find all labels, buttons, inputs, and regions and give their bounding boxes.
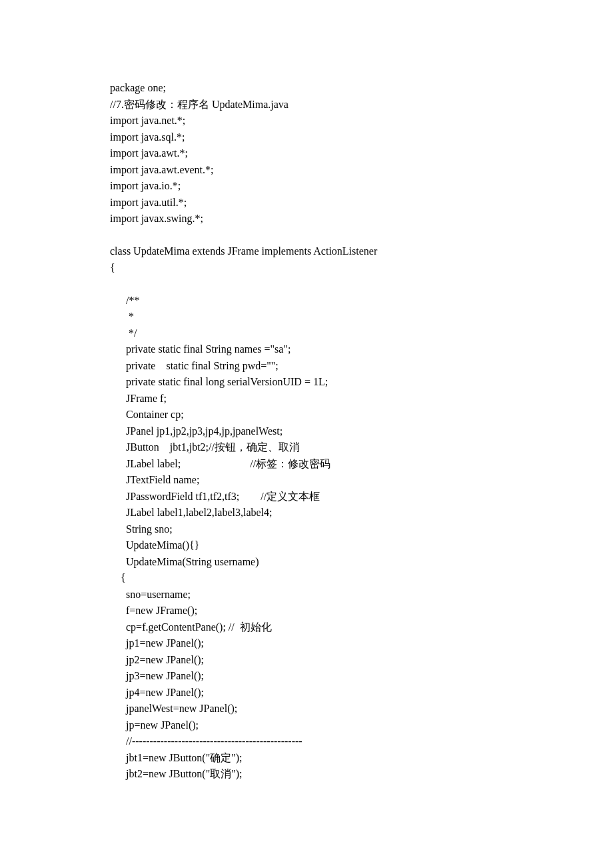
code-line: JButton jbt1,jbt2;//按钮，确定、取消 xyxy=(110,439,503,456)
code-line: jp3=new JPanel(); xyxy=(110,668,503,685)
code-line: JLabel label; //标签：修改密码 xyxy=(110,456,503,473)
code-line: import java.awt.*; xyxy=(110,145,503,162)
code-line: String sno; xyxy=(110,521,503,538)
code-line: JFrame f; xyxy=(110,391,503,407)
code-line xyxy=(110,276,503,293)
code-line: import java.io.*; xyxy=(110,178,503,195)
code-line: { xyxy=(110,260,503,277)
code-line: JTextField name; xyxy=(110,472,503,489)
code-line: jp1=new JPanel(); xyxy=(110,635,503,652)
code-line: jbt1=new JButton("确定"); xyxy=(110,750,503,767)
code-line: import java.util.*; xyxy=(110,195,503,211)
code-line: import java.awt.event.*; xyxy=(110,162,503,179)
code-line: cp=f.getContentPane(); // 初始化 xyxy=(110,619,503,636)
code-line: //--------------------------------------… xyxy=(110,733,503,750)
code-line: sno=username; xyxy=(110,587,503,603)
code-line: JPasswordField tf1,tf2,tf3; //定义文本框 xyxy=(110,489,503,505)
code-line: import java.sql.*; xyxy=(110,129,503,146)
code-line: jp4=new JPanel(); xyxy=(110,685,503,701)
code-line: //7.密码修改：程序名 UpdateMima.java xyxy=(110,97,503,113)
code-line: private static final String pwd=""; xyxy=(110,358,503,375)
code-line: /** xyxy=(110,293,503,309)
code-line: package one; xyxy=(110,80,503,97)
code-line: UpdateMima(){} xyxy=(110,537,503,554)
code-line: jp2=new JPanel(); xyxy=(110,652,503,669)
code-line: private static final String names ="sa"; xyxy=(110,341,503,358)
code-block: package one;//7.密码修改：程序名 UpdateMima.java… xyxy=(110,80,503,783)
code-line: jpanelWest=new JPanel(); xyxy=(110,701,503,717)
code-line: f=new JFrame(); xyxy=(110,603,503,619)
code-line xyxy=(110,227,503,244)
document-page: package one;//7.密码修改：程序名 UpdateMima.java… xyxy=(0,0,613,868)
code-line: jp=new JPanel(); xyxy=(110,717,503,734)
code-line: class UpdateMima extends JFrame implemen… xyxy=(110,243,503,260)
code-line: import java.net.*; xyxy=(110,113,503,129)
code-line: private static final long serialVersionU… xyxy=(110,374,503,391)
code-line: import javax.swing.*; xyxy=(110,211,503,227)
code-line: * xyxy=(110,309,503,325)
code-line: Container cp; xyxy=(110,407,503,423)
code-line: JPanel jp1,jp2,jp3,jp4,jp,jpanelWest; xyxy=(110,423,503,440)
code-line: UpdateMima(String username) xyxy=(110,554,503,571)
code-line: { xyxy=(110,570,503,587)
code-line: jbt2=new JButton("取消"); xyxy=(110,766,503,783)
code-line: */ xyxy=(110,325,503,342)
code-line: JLabel label1,label2,label3,label4; xyxy=(110,505,503,521)
